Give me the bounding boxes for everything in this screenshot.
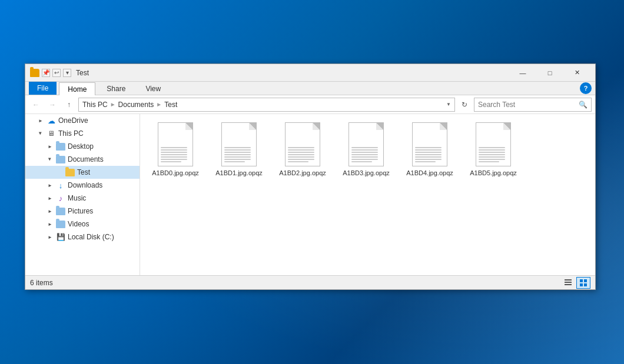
file-name: A1BD1.jpg.opqz: [215, 169, 263, 177]
doc-line: [351, 147, 378, 148]
window-title: Test: [76, 69, 509, 77]
sidebar-item-this-pc[interactable]: ► 🖥 This PC: [25, 127, 140, 140]
file-item[interactable]: A1BD5.jpg.opqz: [464, 120, 523, 179]
file-name: A1BD4.jpg.opqz: [406, 169, 453, 177]
document-icon: [476, 122, 511, 166]
doc-line: [415, 156, 442, 158]
file-name: A1BD3.jpg.opqz: [343, 169, 390, 177]
doc-lines: [415, 147, 444, 162]
quick-access-pin[interactable]: 📌: [42, 69, 50, 77]
sidebar-item-videos[interactable]: ► Videos: [25, 218, 140, 231]
help-button[interactable]: ?: [580, 82, 592, 94]
search-icon[interactable]: 🔍: [579, 101, 588, 109]
file-name: A1BD2.jpg.opqz: [279, 169, 326, 177]
doc-line: [288, 147, 314, 148]
file-item[interactable]: A1BD4.jpg.opqz: [400, 120, 459, 179]
doc-line: [415, 149, 442, 151]
svg-rect-5: [580, 283, 583, 286]
svg-rect-6: [584, 283, 587, 286]
large-icons-view-button[interactable]: [576, 277, 590, 289]
documents-arrow: ►: [47, 156, 54, 163]
sidebar-item-music[interactable]: ► ♪ Music: [25, 192, 140, 205]
sidebar-item-downloads[interactable]: ► ↓ Downloads: [25, 179, 140, 192]
doc-line: [351, 159, 378, 160]
doc-line: [479, 161, 499, 162]
file-item[interactable]: A1BD0.jpg.opqz: [146, 120, 205, 179]
sidebar-item-documents[interactable]: ► Documents: [25, 153, 140, 166]
status-item-count: 6 items: [30, 279, 561, 287]
doc-line: [415, 161, 436, 162]
doc-lines: [288, 147, 317, 162]
forward-button[interactable]: →: [45, 98, 59, 112]
sidebar-label-documents: Documents: [68, 155, 104, 163]
doc-line: [161, 149, 187, 151]
computer-icon: 🖥: [47, 129, 56, 138]
local-disk-icon: 💾: [56, 233, 65, 241]
sidebar-label-videos: Videos: [68, 220, 89, 228]
close-button[interactable]: ✕: [563, 64, 590, 82]
sidebar-label-test: Test: [77, 168, 90, 176]
sidebar-item-pictures[interactable]: ► Pictures: [25, 205, 140, 218]
up-button[interactable]: ↑: [62, 98, 76, 112]
tab-view[interactable]: View: [137, 82, 170, 95]
doc-line: [288, 161, 308, 162]
doc-line: [288, 156, 314, 158]
quick-access-undo[interactable]: ↩: [52, 69, 61, 77]
minimize-button[interactable]: —: [509, 64, 536, 82]
document-icon: [158, 122, 193, 166]
doc-line: [351, 161, 372, 162]
details-view-button[interactable]: [561, 277, 575, 289]
doc-line: [415, 147, 442, 148]
address-dropdown[interactable]: ▼: [446, 102, 451, 107]
maximize-button[interactable]: □: [536, 64, 563, 82]
tab-share[interactable]: Share: [98, 82, 134, 95]
doc-line: [161, 152, 187, 153]
svg-rect-2: [565, 284, 572, 285]
doc-lines: [161, 147, 190, 162]
sidebar-label-onedrive: OneDrive: [58, 116, 88, 125]
status-bar: 6 items: [25, 275, 595, 289]
customize-quick-access[interactable]: ▾: [63, 69, 71, 77]
tab-home[interactable]: Home: [59, 82, 95, 95]
doc-line: [351, 156, 378, 158]
doc-line: [224, 159, 251, 160]
sidebar-label-desktop: Desktop: [68, 142, 94, 151]
path-this-pc[interactable]: This PC: [82, 101, 108, 109]
main-area: ► ☁ OneDrive ► 🖥 This PC ► Des: [25, 114, 595, 275]
doc-line: [224, 161, 245, 162]
doc-line: [288, 149, 314, 151]
videos-arrow: ►: [47, 221, 54, 228]
address-path[interactable]: This PC ► Documents ► Test ▼: [78, 98, 455, 112]
sidebar-label-local-disk: Local Disk (C:): [68, 233, 114, 241]
test-folder-icon: [65, 168, 75, 176]
title-bar: 📌 ↩ ▾ Test — □ ✕: [25, 64, 595, 82]
path-sep-2: ►: [156, 101, 162, 108]
pictures-icon: [56, 207, 65, 215]
document-icon: [412, 122, 447, 166]
sidebar-label-this-pc: This PC: [58, 129, 84, 138]
sidebar-item-desktop[interactable]: ► Desktop: [25, 140, 140, 153]
refresh-button[interactable]: ↻: [457, 98, 472, 112]
file-name: A1BD0.jpg.opqz: [152, 169, 199, 177]
file-item[interactable]: A1BD2.jpg.opqz: [273, 120, 332, 179]
pictures-arrow: ►: [47, 208, 54, 215]
sidebar-item-onedrive[interactable]: ► ☁ OneDrive: [25, 114, 140, 127]
document-icon: [348, 122, 384, 166]
address-bar: ← → ↑ This PC ► Documents ► Test ▼ ↻ 🔍: [25, 95, 595, 114]
search-input[interactable]: [478, 101, 579, 109]
sidebar-item-test[interactable]: Test: [25, 166, 140, 179]
doc-line: [479, 152, 505, 153]
back-button[interactable]: ←: [29, 98, 43, 112]
this-pc-arrow: ►: [37, 130, 44, 137]
file-item[interactable]: A1BD3.jpg.opqz: [337, 120, 396, 179]
doc-line: [224, 149, 251, 151]
svg-rect-3: [580, 279, 583, 282]
tab-file[interactable]: File: [29, 82, 57, 95]
documents-folder-icon: [56, 155, 65, 163]
doc-line: [479, 159, 505, 160]
path-documents[interactable]: Documents: [118, 101, 154, 109]
local-disk-arrow: ►: [47, 233, 54, 241]
sidebar-item-local-disk[interactable]: ► 💾 Local Disk (C:): [25, 231, 140, 243]
path-test[interactable]: Test: [164, 101, 177, 109]
file-item[interactable]: A1BD1.jpg.opqz: [210, 120, 268, 179]
